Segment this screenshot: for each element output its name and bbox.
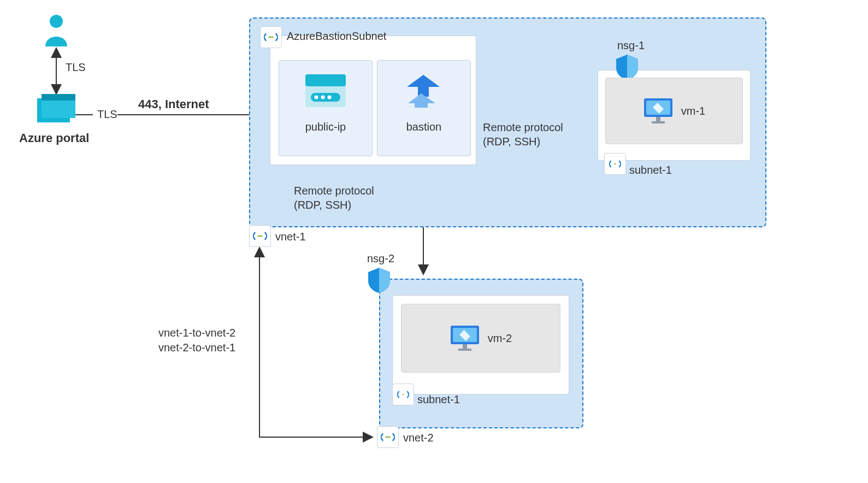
vm-2-label: vm-2	[488, 332, 512, 345]
browser-icon	[305, 74, 346, 107]
bastion-label: bastion	[377, 121, 470, 133]
subnet-2-badge-icon	[392, 384, 414, 405]
svg-point-5	[50, 15, 63, 28]
svg-point-9	[269, 37, 270, 38]
diagram-canvas: TLS Azure portal TLS 443, Internet Azure…	[0, 0, 868, 483]
svg-point-34	[387, 437, 389, 438]
public-ip-label: public-ip	[279, 121, 372, 133]
subnet-1-badge-icon	[604, 153, 626, 175]
monitor-icon	[643, 97, 674, 125]
remote-protocol-1b: (RDP, SSH)	[483, 136, 540, 148]
vnet-1-label: vnet-1	[275, 231, 306, 243]
svg-rect-31	[458, 349, 471, 351]
user-icon	[43, 14, 70, 46]
svg-point-32	[403, 394, 404, 396]
svg-point-24	[258, 235, 259, 237]
subnet-2-label: subnet-1	[417, 393, 460, 406]
peering-a-label: vnet-1-to-vnet-2	[158, 327, 235, 339]
azure-portal-icon	[37, 94, 75, 125]
vnet-subnet-icon	[260, 26, 282, 48]
remote-protocol-2b: (RDP, SSH)	[294, 199, 351, 211]
svg-point-25	[259, 235, 261, 237]
remote-protocol-1a: Remote protocol	[483, 121, 563, 134]
tls-user-label: TLS	[66, 61, 86, 74]
svg-point-35	[389, 437, 391, 438]
svg-rect-30	[463, 344, 467, 349]
nsg-1-label: nsg-1	[617, 39, 645, 52]
vnet-2-label: vnet-2	[403, 432, 434, 444]
vm-2-box: vm-2	[401, 304, 560, 373]
azure-portal-label: Azure portal	[19, 131, 89, 145]
svg-rect-13	[305, 74, 346, 86]
svg-rect-22	[652, 121, 665, 123]
svg-point-17	[328, 96, 332, 99]
bastion-subnet-label: AzureBastionSubnet	[287, 30, 386, 43]
vm-1-box: vm-1	[605, 78, 743, 144]
remote-protocol-2a: Remote protocol	[294, 185, 374, 197]
svg-point-16	[321, 96, 325, 99]
internet-label: 443, Internet	[138, 97, 209, 111]
bastion-icon	[405, 74, 443, 108]
shield-icon-nsg1	[616, 55, 638, 80]
monitor-icon	[450, 325, 480, 352]
svg-rect-8	[42, 94, 75, 101]
svg-point-11	[272, 37, 274, 38]
tls-out-label: TLS	[97, 108, 117, 121]
svg-point-26	[261, 235, 263, 237]
svg-point-10	[270, 37, 272, 38]
bastion-card: bastion	[377, 60, 471, 156]
svg-point-15	[315, 96, 318, 99]
svg-rect-21	[656, 117, 660, 121]
nsg-2-label: nsg-2	[367, 252, 394, 265]
subnet-1-label: subnet-1	[629, 164, 672, 176]
vm-1-label: vm-1	[681, 105, 705, 117]
peering-b-label: vnet-2-to-vnet-1	[158, 341, 235, 354]
svg-point-33	[386, 437, 387, 438]
vnet-2-badge-icon	[377, 426, 399, 448]
shield-icon-nsg2	[368, 268, 390, 293]
public-ip-card: public-ip	[279, 60, 373, 156]
svg-point-23	[615, 163, 616, 165]
vnet-1-badge-icon	[249, 225, 271, 247]
